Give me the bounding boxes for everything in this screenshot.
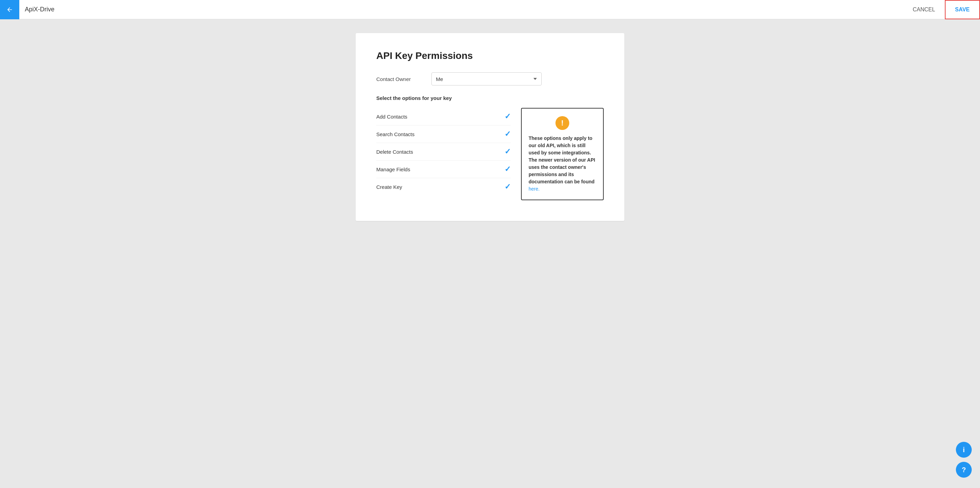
info-fab-icon: i	[963, 446, 965, 454]
info-box: ! These options only apply to our old AP…	[521, 108, 604, 200]
permissions-layout: Add Contacts✓Search Contacts✓Delete Cont…	[376, 108, 604, 200]
permission-label: Add Contacts	[376, 114, 504, 119]
contact-owner-label: Contact Owner	[376, 76, 431, 82]
contact-owner-select[interactable]: Me Other	[431, 72, 542, 86]
permission-item: Delete Contacts✓	[376, 143, 511, 161]
fab-container: i ?	[956, 442, 972, 478]
info-box-icon-container: !	[528, 116, 596, 130]
header: ApiX-Drive CANCEL SAVE	[0, 0, 980, 19]
permission-item: Create Key✓	[376, 178, 511, 196]
permission-item: Manage Fields✓	[376, 161, 511, 178]
permission-item: Add Contacts✓	[376, 108, 511, 126]
back-button[interactable]	[0, 0, 19, 19]
warning-icon: !	[555, 116, 569, 130]
permission-check-icon: ✓	[504, 182, 511, 191]
permission-label: Delete Contacts	[376, 149, 504, 155]
save-button[interactable]: SAVE	[945, 0, 980, 19]
help-fab-button[interactable]: ?	[956, 462, 972, 478]
permission-check-icon: ✓	[504, 130, 511, 138]
info-box-text: These options only apply to our old API,…	[528, 135, 596, 192]
permission-check-icon: ✓	[504, 112, 511, 121]
help-fab-icon: ?	[962, 466, 966, 474]
main-content: API Key Permissions Contact Owner Me Oth…	[0, 19, 980, 235]
info-box-strong-text: These options only apply to our old API,…	[528, 135, 595, 184]
card-title: API Key Permissions	[376, 50, 604, 61]
permission-label: Manage Fields	[376, 167, 504, 172]
permission-check-icon: ✓	[504, 147, 511, 156]
contact-owner-row: Contact Owner Me Other	[376, 72, 604, 86]
section-subtitle: Select the options for your key	[376, 95, 604, 101]
permission-label: Create Key	[376, 184, 504, 190]
contact-owner-select-wrapper: Me Other	[431, 72, 542, 86]
app-title: ApiX-Drive	[19, 6, 903, 13]
permission-label: Search Contacts	[376, 131, 504, 137]
permissions-list: Add Contacts✓Search Contacts✓Delete Cont…	[376, 108, 511, 200]
permission-check-icon: ✓	[504, 165, 511, 174]
card: API Key Permissions Contact Owner Me Oth…	[356, 33, 624, 221]
cancel-button[interactable]: CANCEL	[903, 6, 945, 13]
info-fab-button[interactable]: i	[956, 442, 972, 458]
permission-item: Search Contacts✓	[376, 126, 511, 143]
info-box-link[interactable]: here.	[528, 186, 539, 192]
